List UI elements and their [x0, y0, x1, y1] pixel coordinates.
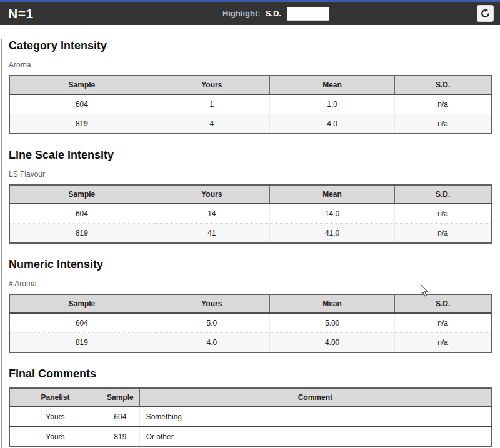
cell-panelist: Yours [9, 427, 101, 447]
cell-sample: 819 [9, 114, 154, 134]
section-title: Numeric Intensity [9, 258, 492, 271]
highlight-controls: Highlight: S.D. [222, 2, 329, 25]
col-header-yours: Yours [154, 76, 269, 94]
section-title: Category Intensity [9, 39, 492, 52]
table-row: Yours 604 Something [9, 407, 491, 427]
col-header-sd: S.D. [395, 185, 491, 204]
cell-sample: 604 [9, 313, 154, 333]
col-header-comment: Comment [139, 388, 491, 407]
cell-yours: 4.0 [154, 333, 269, 353]
table-row: 819 4.0 4.00 n/a [9, 333, 491, 353]
col-header-yours: Yours [154, 185, 269, 204]
attribute-label: LS Flavour [9, 170, 492, 179]
cell-sd: n/a [395, 94, 491, 114]
col-header-sample: Sample [9, 294, 154, 313]
cell-sample: 819 [9, 333, 154, 353]
table-header-row: Panelist Sample Comment [9, 388, 491, 407]
final-comments-table: Panelist Sample Comment Yours 604 Someth… [9, 387, 492, 447]
cell-comment: Or other [139, 427, 491, 447]
sd-highlight-input[interactable] [287, 7, 329, 21]
cell-mean: 5.00 [269, 313, 394, 333]
cell-mean: 41.0 [269, 224, 394, 244]
cell-sd: n/a [395, 313, 491, 333]
section-category-intensity: Category Intensity Aroma Sample Yours Me… [9, 39, 492, 134]
cell-comment: Something [139, 407, 491, 427]
highlight-label: Highlight: [222, 9, 261, 18]
report-page: N=1 Highlight: S.D. Category Intensity A… [0, 0, 500, 448]
col-header-sample: Sample [101, 388, 139, 407]
cell-mean: 1.0 [269, 94, 394, 114]
cell-mean: 4.00 [269, 333, 394, 353]
table-row: 604 5.0 5.00 n/a [9, 313, 491, 333]
table-row: 604 1 1.0 n/a [9, 94, 491, 114]
cell-sd: n/a [395, 114, 491, 134]
cell-yours: 41 [154, 224, 269, 244]
table-row: 819 4 4.0 n/a [9, 114, 491, 134]
attribute-label: # Aroma [9, 279, 492, 288]
cell-sd: n/a [395, 204, 491, 224]
col-header-sd: S.D. [395, 294, 491, 313]
page-title: N=1 [8, 6, 34, 21]
cell-panelist: Yours [9, 407, 101, 427]
col-header-sample: Sample [9, 76, 154, 94]
col-header-panelist: Panelist [9, 388, 101, 407]
cell-sample: 819 [101, 427, 139, 447]
cell-sample: 819 [9, 224, 154, 244]
header-bar: N=1 Highlight: S.D. [0, 2, 500, 25]
col-header-yours: Yours [154, 294, 269, 313]
section-line-scale-intensity: Line Scale Intensity LS Flavour Sample Y… [9, 149, 492, 244]
col-header-mean: Mean [269, 76, 394, 94]
cell-yours: 1 [154, 94, 269, 114]
numeric-intensity-table: Sample Yours Mean S.D. 604 5.0 5.00 n/a … [9, 294, 492, 353]
section-title: Final Comments [9, 367, 492, 380]
attribute-label: Aroma [9, 61, 492, 69]
cell-yours: 14 [154, 204, 269, 224]
refresh-icon [480, 8, 491, 19]
table-header-row: Sample Yours Mean S.D. [9, 185, 491, 204]
cell-sd: n/a [395, 333, 491, 353]
cell-yours: 5.0 [154, 313, 269, 333]
line-scale-intensity-table: Sample Yours Mean S.D. 604 14 14.0 n/a 8… [9, 184, 492, 244]
cell-yours: 4 [154, 114, 269, 134]
cell-sd: n/a [395, 224, 491, 244]
table-row: 604 14 14.0 n/a [9, 204, 491, 224]
cell-mean: 14.0 [269, 204, 394, 224]
section-final-comments: Final Comments Panelist Sample Comment Y… [9, 367, 492, 447]
col-header-sd: S.D. [395, 76, 491, 94]
cell-mean: 4.0 [269, 114, 394, 134]
table-row: 819 41 41.0 n/a [9, 224, 491, 244]
table-header-row: Sample Yours Mean S.D. [9, 76, 491, 94]
cell-sample: 604 [9, 204, 154, 224]
category-intensity-table: Sample Yours Mean S.D. 604 1 1.0 n/a 819 [9, 75, 492, 134]
section-title: Line Scale Intensity [9, 149, 492, 161]
cell-sample: 604 [101, 407, 139, 427]
col-header-sample: Sample [9, 185, 154, 204]
content-area: Category Intensity Aroma Sample Yours Me… [1, 39, 500, 448]
cell-sample: 604 [9, 94, 154, 114]
sd-threshold-label: S.D. [266, 9, 281, 18]
section-numeric-intensity: Numeric Intensity # Aroma Sample Yours M… [9, 258, 492, 353]
refresh-button[interactable] [477, 5, 494, 22]
table-row: Yours 819 Or other [9, 427, 491, 447]
table-header-row: Sample Yours Mean S.D. [9, 294, 491, 313]
col-header-mean: Mean [269, 185, 394, 204]
col-header-mean: Mean [269, 294, 394, 313]
